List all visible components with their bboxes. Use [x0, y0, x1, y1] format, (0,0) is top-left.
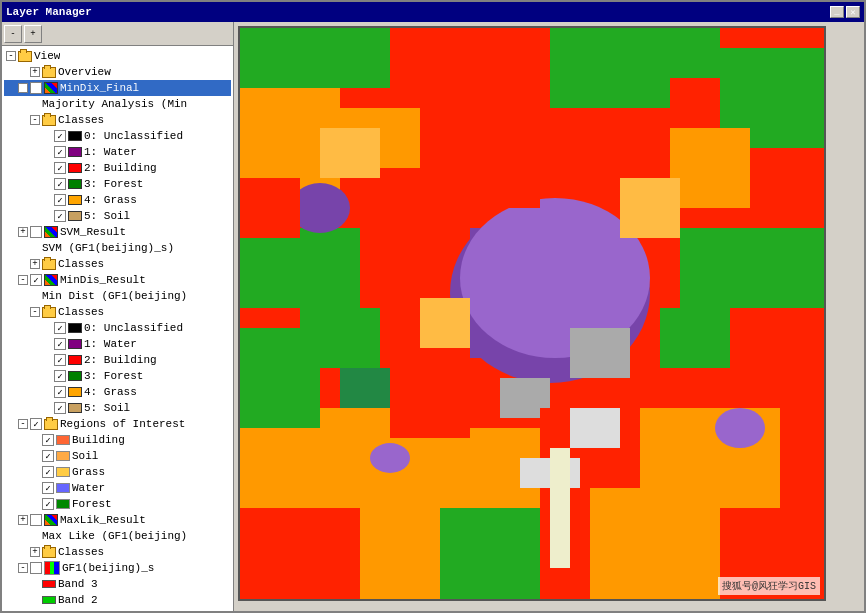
tree-node-roi-soil[interactable]: Soil: [4, 448, 231, 464]
expand-icon-maxlik[interactable]: +: [18, 515, 28, 525]
tree-node-class2-3[interactable]: 2: Building: [4, 352, 231, 368]
tree-node-svm[interactable]: + SVM_Result: [4, 224, 231, 240]
tree-node-maxlike[interactable]: Max Like (GF1(beijing): [4, 528, 231, 544]
tree-node-majority[interactable]: Majority Analysis (Min: [4, 96, 231, 112]
expand-icon-classes4[interactable]: +: [30, 547, 40, 557]
node-label-class3-1: 3: Forest: [84, 178, 143, 190]
expand-icon-mindis[interactable]: -: [18, 275, 28, 285]
checkbox-class5-1[interactable]: [54, 210, 66, 222]
expand-icon-overview[interactable]: +: [30, 67, 40, 77]
tree-node-class1-3[interactable]: 1: Water: [4, 336, 231, 352]
layer-toolbar: - +: [2, 22, 233, 46]
placeholder: [42, 131, 52, 141]
expand-icon-roi1[interactable]: -: [18, 419, 28, 429]
tree-node-class0-3[interactable]: 0: Unclassified: [4, 320, 231, 336]
tree-node-classes2[interactable]: + Classes: [4, 256, 231, 272]
tree-node-roi-grass[interactable]: Grass: [4, 464, 231, 480]
color-band3: [42, 580, 56, 588]
svg-rect-3: [390, 28, 490, 68]
checkbox-roi-building[interactable]: [42, 434, 54, 446]
svg-rect-21: [590, 488, 720, 601]
checkbox-class5-3[interactable]: [54, 402, 66, 414]
tree-node-mindix-final[interactable]: - MinDix_Final: [4, 80, 231, 96]
checkbox-mindix[interactable]: [30, 82, 42, 94]
close-button[interactable]: ✕: [846, 6, 860, 18]
checkbox-maxlik[interactable]: [30, 514, 42, 526]
expand-icon-classes2[interactable]: +: [30, 259, 40, 269]
checkbox-roi-water[interactable]: [42, 482, 54, 494]
tree-node-gf1[interactable]: - GF1(beijing)_s: [4, 560, 231, 576]
tree-node-roi-building[interactable]: Building: [4, 432, 231, 448]
checkbox-class4-1[interactable]: [54, 194, 66, 206]
node-label-mindis: MinDis_Result: [60, 274, 146, 286]
tree-node-class4-3[interactable]: 4: Grass: [4, 384, 231, 400]
tree-node-class2-1[interactable]: 2: Building: [4, 160, 231, 176]
tree-view[interactable]: - View + Overview - MinDix_Final: [2, 46, 233, 611]
toolbar-btn-minus[interactable]: -: [4, 25, 22, 43]
expand-icon-gf1[interactable]: -: [18, 563, 28, 573]
color-class2-3: [68, 355, 82, 365]
checkbox-class1-3[interactable]: [54, 338, 66, 350]
tree-node-class4-1[interactable]: 4: Grass: [4, 192, 231, 208]
folder-icon-classes3: [42, 307, 56, 318]
checkbox-class0-1[interactable]: [54, 130, 66, 142]
tree-node-classes4[interactable]: + Classes: [4, 544, 231, 560]
tree-node-class5-3[interactable]: 5: Soil: [4, 400, 231, 416]
checkbox-roi-forest[interactable]: [42, 498, 54, 510]
checkbox-class4-3[interactable]: [54, 386, 66, 398]
checkbox-roi-soil[interactable]: [42, 450, 54, 462]
checkbox-class1-1[interactable]: [54, 146, 66, 158]
tree-node-band1[interactable]: Band 1: [4, 608, 231, 611]
tree-node-maxlik[interactable]: + MaxLik_Result: [4, 512, 231, 528]
expand-icon-classes3[interactable]: -: [30, 307, 40, 317]
checkbox-class2-1[interactable]: [54, 162, 66, 174]
tree-node-svm-gf1[interactable]: SVM (GF1(beijing)_s): [4, 240, 231, 256]
folder-icon-view: [18, 51, 32, 62]
placeholder: [30, 291, 40, 301]
expand-icon-svm[interactable]: +: [18, 227, 28, 237]
checkbox-class0-3[interactable]: [54, 322, 66, 334]
tree-node-class0-1[interactable]: 0: Unclassified: [4, 128, 231, 144]
map-canvas[interactable]: 搜狐号@风狂学习GIS: [238, 26, 826, 601]
placeholder: [30, 467, 40, 477]
tree-node-roi1[interactable]: - Regions of Interest: [4, 416, 231, 432]
minimize-button[interactable]: _: [830, 6, 844, 18]
node-label-class1-3: 1: Water: [84, 338, 137, 350]
node-label-overview: Overview: [58, 66, 111, 78]
tree-node-mindist[interactable]: Min Dist (GF1(beijing): [4, 288, 231, 304]
tree-node-roi-forest[interactable]: Forest: [4, 496, 231, 512]
expand-icon-classes1[interactable]: -: [30, 115, 40, 125]
tree-node-mindis[interactable]: - MinDis_Result: [4, 272, 231, 288]
checkbox-class3-3[interactable]: [54, 370, 66, 382]
tree-node-overview[interactable]: + Overview: [4, 64, 231, 80]
watermark: 搜狐号@风狂学习GIS: [718, 577, 820, 595]
checkbox-class3-1[interactable]: [54, 178, 66, 190]
node-label-band1: Band 1: [58, 610, 98, 611]
tree-node-class1-1[interactable]: 1: Water: [4, 144, 231, 160]
window-title: Layer Manager: [6, 6, 92, 18]
tree-node-class3-3[interactable]: 3: Forest: [4, 368, 231, 384]
tree-node-roi-water[interactable]: Water: [4, 480, 231, 496]
expand-icon-view[interactable]: -: [6, 51, 16, 61]
toolbar-btn-plus[interactable]: +: [24, 25, 42, 43]
tree-node-view[interactable]: - View: [4, 48, 231, 64]
tree-node-class3-1[interactable]: 3: Forest: [4, 176, 231, 192]
tree-node-band3[interactable]: Band 3: [4, 576, 231, 592]
title-buttons: _ ✕: [830, 6, 860, 18]
folder-icon-overview: [42, 67, 56, 78]
node-label-roi1: Regions of Interest: [60, 418, 185, 430]
placeholder: [42, 211, 52, 221]
checkbox-gf1[interactable]: [30, 562, 42, 574]
checkbox-class2-3[interactable]: [54, 354, 66, 366]
checkbox-roi1[interactable]: [30, 418, 42, 430]
tree-node-class5-1[interactable]: 5: Soil: [4, 208, 231, 224]
tree-node-band2[interactable]: Band 2: [4, 592, 231, 608]
checkbox-roi-grass[interactable]: [42, 466, 54, 478]
tree-node-classes3[interactable]: - Classes: [4, 304, 231, 320]
expand-icon-mindix[interactable]: -: [18, 83, 28, 93]
checkbox-mindis[interactable]: [30, 274, 42, 286]
tree-node-classes1[interactable]: - Classes: [4, 112, 231, 128]
checkbox-svm[interactable]: [30, 226, 42, 238]
color-class0-3: [68, 323, 82, 333]
color-band2: [42, 596, 56, 604]
